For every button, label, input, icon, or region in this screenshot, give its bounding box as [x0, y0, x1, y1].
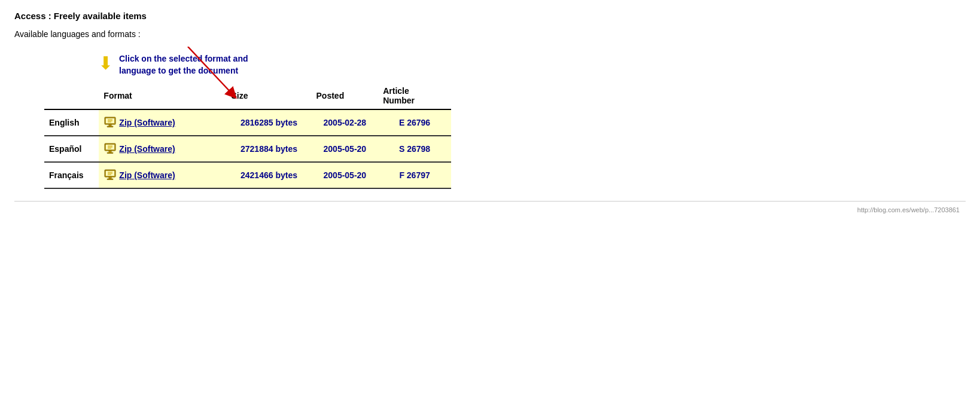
- format-cell[interactable]: Zip (Software): [99, 109, 226, 136]
- zip-download-link[interactable]: Zip (Software): [104, 116, 221, 129]
- arrow-down-icon: ⬇: [98, 54, 113, 72]
- format-cell[interactable]: Zip (Software): [99, 162, 226, 188]
- zip-software-icon: [104, 142, 117, 155]
- table-header-row: Format Size Posted ArticleNumber: [44, 83, 451, 109]
- article-cell: S 26798: [378, 136, 451, 162]
- table-row: Français Zip (Software)2421466 bytes2005…: [44, 162, 451, 188]
- size-cell: 2816285 bytes: [226, 109, 311, 136]
- col-header-language: [44, 83, 99, 109]
- svg-rect-10: [109, 151, 111, 152]
- zip-link-text: Zip (Software): [119, 144, 175, 154]
- svg-rect-18: [107, 179, 113, 180]
- svg-rect-3: [109, 124, 111, 126]
- col-header-article: ArticleNumber: [378, 83, 451, 109]
- language-cell: Español: [44, 136, 99, 162]
- size-cell: 2421466 bytes: [226, 162, 311, 188]
- zip-download-link[interactable]: Zip (Software): [104, 169, 221, 182]
- zip-software-icon: [104, 169, 117, 182]
- posted-cell: 2005-05-20: [312, 136, 379, 162]
- svg-rect-4: [107, 126, 113, 127]
- posted-cell: 2005-02-28: [312, 109, 379, 136]
- instruction-text: Click on the selected format and languag…: [119, 53, 263, 77]
- zip-link-text: Zip (Software): [119, 170, 175, 180]
- posted-cell: 2005-05-20: [312, 162, 379, 188]
- zip-download-link[interactable]: Zip (Software): [104, 142, 221, 155]
- page-title: Access : Freely available items: [14, 11, 966, 21]
- article-cell: E 26796: [378, 109, 451, 136]
- col-header-format: Format: [99, 83, 226, 109]
- col-header-posted: Posted: [312, 83, 379, 109]
- col-header-size: Size: [226, 83, 311, 109]
- format-cell[interactable]: Zip (Software): [99, 136, 226, 162]
- table-row: English Zip (Software)2816285 bytes2005-…: [44, 109, 451, 136]
- svg-rect-11: [107, 152, 113, 154]
- article-cell: F 26797: [378, 162, 451, 188]
- subtitle: Available languages and formats :: [14, 29, 966, 39]
- instruction-area: ⬇ Click on the selected format and langu…: [98, 53, 966, 77]
- bottom-divider: [14, 201, 966, 202]
- status-bar: http://blog.com.es/web/p...7203861: [14, 206, 966, 213]
- svg-rect-17: [109, 177, 111, 179]
- downloads-table: Format Size Posted ArticleNumber English…: [44, 83, 451, 189]
- size-cell: 2721884 bytes: [226, 136, 311, 162]
- zip-software-icon: [104, 116, 117, 129]
- language-cell: English: [44, 109, 99, 136]
- language-cell: Français: [44, 162, 99, 188]
- table-wrapper: Format Size Posted ArticleNumber English…: [44, 83, 966, 189]
- table-row: Español Zip (Software)2721884 bytes2005-…: [44, 136, 451, 162]
- zip-link-text: Zip (Software): [119, 118, 175, 127]
